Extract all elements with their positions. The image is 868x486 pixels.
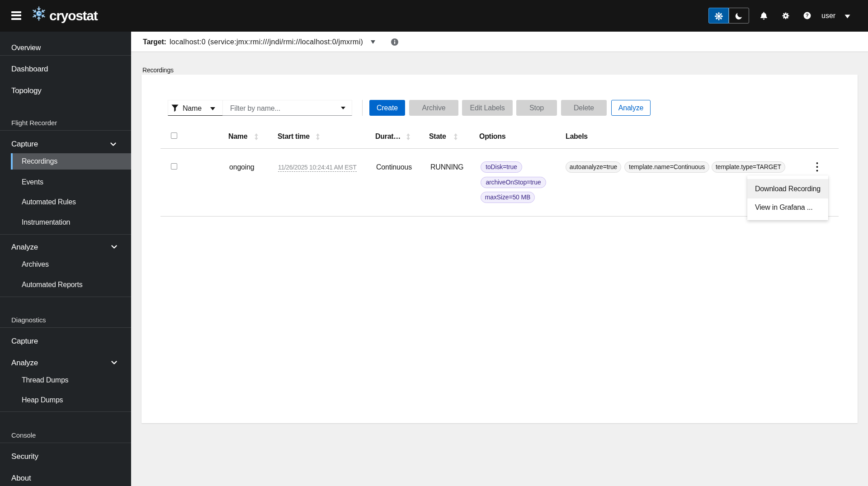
svg-text:?: ? [806,13,809,18]
svg-text:C: C [37,10,41,17]
